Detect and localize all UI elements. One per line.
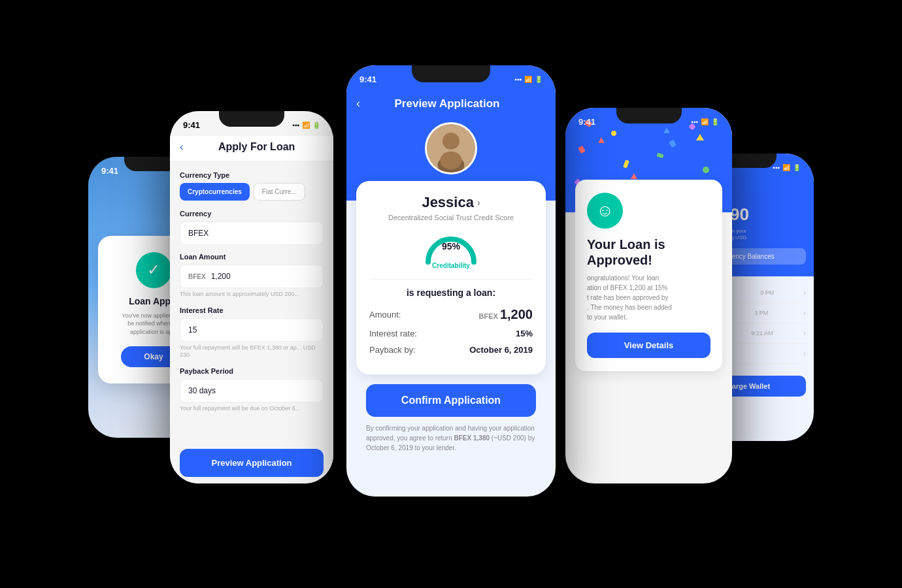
preview-card: Jessica › Decentralized Social Trust Cre…: [356, 181, 546, 374]
notch-3: [412, 65, 490, 82]
time-3: 9:41: [359, 74, 376, 84]
time-1: 9:41: [101, 166, 118, 176]
wifi-icon-3: 📶: [524, 76, 532, 83]
confetti-5: [578, 146, 586, 154]
battery-icon-3: 🔋: [535, 76, 543, 83]
svg-point-3: [440, 152, 461, 170]
credit-score-label: Decentralized Social Trust Credit Score: [369, 214, 533, 221]
tx-time-3: 9:21 AM: [752, 330, 773, 336]
apply-footer: Preview Application: [170, 442, 333, 483]
payback-label: Payback Period: [180, 367, 324, 375]
status-icons-3: ▪▪▪ 📶 🔋: [514, 76, 543, 83]
payback-input[interactable]: 30 days: [180, 379, 324, 402]
tx-time-2: 3 PM: [754, 310, 768, 316]
amount-value: BFEX1,200: [479, 307, 533, 322]
credit-gauge: 95%: [422, 229, 480, 262]
tx-chevron-3[interactable]: ›: [803, 329, 806, 338]
tx-chevron-2[interactable]: ›: [803, 308, 806, 318]
status-icons-2: ▪▪▪ 📶 🔋: [292, 122, 320, 129]
signal-icon-4: ▪▪▪: [691, 118, 698, 125]
preview-title: Preview Application: [367, 97, 527, 110]
user-name: Jessica ›: [369, 194, 533, 211]
payback-key: Payback by:: [369, 345, 416, 355]
currency-input[interactable]: BFEX: [180, 221, 324, 245]
approved-title: Your Loan isApproved!: [587, 237, 710, 268]
loan-hint: This loan amount is approximately USD 20…: [180, 291, 324, 299]
phone-apply-loan: 9:41 ▪▪▪ 📶 🔋 ‹ Apply For Loan Currency T…: [170, 111, 333, 483]
amount-label: Amount:: [369, 310, 401, 319]
confetti-9: [598, 137, 605, 143]
confetti-11: [696, 134, 704, 140]
confetti-4: [669, 140, 676, 148]
payback-hint: Your full repayment will be due on Octob…: [180, 405, 324, 413]
approved-text: ongratulations! Your loanation of BFEX 1…: [587, 273, 710, 322]
interest-key: Interest rate:: [369, 329, 417, 338]
wifi-icon-4: 📶: [701, 118, 709, 125]
apply-loan-title: Apply For Loan: [190, 141, 324, 153]
apply-header: ‹ Apply For Loan: [170, 136, 333, 161]
check-icon: ✓: [136, 252, 172, 288]
loan-request-title: is requesting a loan:: [369, 287, 533, 298]
confetti-14: [631, 173, 637, 179]
loan-amount-label: Loan Amount: [180, 253, 324, 261]
currency-tabs: Cryptocurrencies Fiat Curre...: [180, 183, 324, 201]
avatar-image: [427, 124, 475, 172]
battery-icon-5: 🔋: [793, 164, 801, 171]
phone-loan-approved: 9:41 ▪▪▪ 📶 🔋: [565, 108, 732, 483]
signal-icon-2: ▪▪▪: [292, 122, 299, 129]
time-2: 9:41: [183, 120, 200, 130]
approved-icon: ☺: [587, 193, 623, 229]
interest-input[interactable]: 15: [180, 318, 324, 342]
divider-1: [369, 279, 533, 280]
confirm-application-button[interactable]: Confirm Application: [366, 384, 536, 417]
gauge-percent: 95%: [442, 241, 460, 252]
phone-preview-application: 9:41 ▪▪▪ 📶 🔋 ‹ Preview Application: [346, 65, 556, 497]
wifi-icon-2: 📶: [302, 122, 310, 129]
preview-header: ‹ Preview Application: [346, 90, 556, 122]
amount-number: 1,200: [500, 307, 533, 321]
crypto-tab[interactable]: Cryptocurrencies: [180, 183, 250, 201]
battery-icon-4: 🔋: [711, 118, 719, 125]
user-avatar: [425, 122, 477, 174]
back-button-2[interactable]: ‹: [180, 141, 183, 153]
loan-amount-value: 1,200: [211, 272, 231, 281]
currency-label: Currency: [180, 210, 324, 218]
view-details-button[interactable]: View Details: [587, 333, 710, 358]
wifi-icon-5: 📶: [782, 164, 790, 171]
confetti-12: [703, 167, 709, 173]
signal-icon-5: ▪▪▪: [773, 164, 780, 171]
time-4: 9:41: [578, 117, 595, 127]
loan-amount-input[interactable]: BFEX 1,200: [180, 265, 324, 288]
payback-val: October 6, 2019: [469, 345, 533, 355]
currency-type-label: Currency Type: [180, 171, 324, 179]
tx-chevron-1[interactable]: ›: [803, 288, 806, 297]
svg-point-1: [443, 133, 459, 150]
preview-application-button[interactable]: Preview Application: [180, 449, 324, 477]
interest-hint: Your full repayment will be BFEX 1,380 o…: [180, 344, 324, 359]
status-icons-5: ▪▪▪ 📶 🔋: [773, 164, 801, 171]
back-button-3[interactable]: ‹: [356, 97, 360, 110]
battery-icon-2: 🔋: [312, 122, 320, 129]
loan-prefix: BFEX: [188, 273, 206, 280]
tx-chevron-4[interactable]: ›: [803, 349, 806, 358]
apply-loan-body: Currency Type Cryptocurrencies Fiat Curr…: [170, 161, 333, 440]
amount-currency: BFEX: [479, 312, 498, 320]
gauge-container: 95% Creditability: [369, 229, 533, 269]
status-icons-4: ▪▪▪ 📶 🔋: [691, 118, 719, 125]
interest-val: 15%: [516, 329, 533, 338]
approved-card: ☺ Your Loan isApproved! ongratulations! …: [575, 180, 722, 371]
status-bar-4: 9:41 ▪▪▪ 📶 🔋: [565, 108, 732, 133]
fiat-tab[interactable]: Fiat Curre...: [254, 183, 305, 201]
amount-row: Amount: BFEX1,200: [369, 307, 533, 322]
name-chevron[interactable]: ›: [477, 197, 480, 208]
interest-row: Interest rate: 15%: [369, 329, 533, 338]
confirm-disclaimer: By confirming your application and havin…: [356, 423, 546, 463]
tx-time-1: 0 PM: [760, 289, 774, 296]
confetti-8: [656, 153, 663, 158]
signal-icon-3: ▪▪▪: [514, 76, 522, 83]
notch-2: [219, 111, 284, 127]
confetti-6: [623, 159, 629, 168]
payback-row: Payback by: October 6, 2019: [369, 345, 533, 355]
interest-label: Interest Rate: [180, 306, 324, 314]
